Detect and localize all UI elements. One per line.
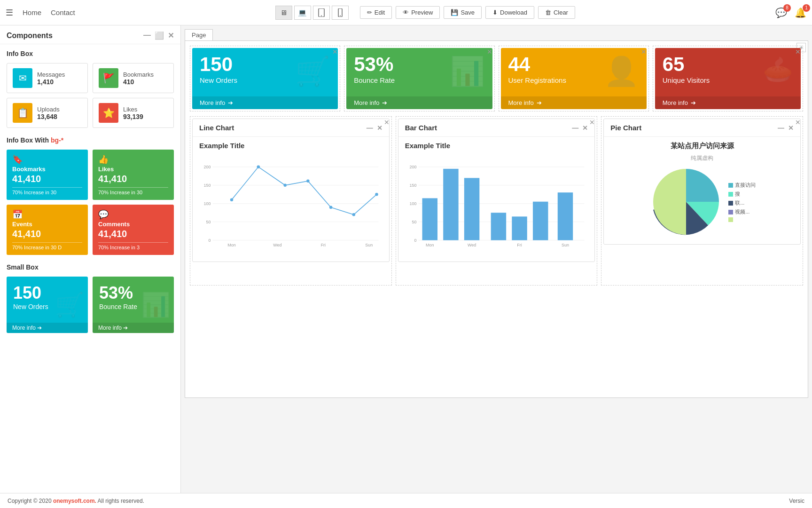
- nav-home[interactable]: Home: [23, 8, 41, 16]
- tablet-btn[interactable]: [313, 6, 330, 20]
- svg-text:Mon: Mon: [426, 243, 434, 247]
- widget-close-bounce[interactable]: ✕: [487, 48, 492, 56]
- canvas-widget-bounce: ✕ 53% Bounce Rate 📊 More info ➔: [344, 46, 494, 111]
- edit-button[interactable]: ✏ Edit: [360, 6, 392, 19]
- canvas-orders-value: 150: [200, 55, 237, 74]
- clear-button[interactable]: 🗑 Clear: [538, 6, 575, 19]
- sidebar-title: Components: [7, 32, 53, 40]
- desktop-btn[interactable]: 🖥: [275, 6, 292, 20]
- canvas-bounce-icon: 📊: [450, 55, 485, 88]
- cb-events-sub: 70% Increase in 30 D: [12, 242, 82, 250]
- small-box-orders[interactable]: 150 New Orders 🛒 More info ➔: [7, 277, 88, 333]
- info-box-bookmarks[interactable]: 🚩 Bookmarks 410: [93, 63, 174, 93]
- svg-text:100: 100: [409, 201, 416, 206]
- likes-label: Likes: [123, 106, 143, 113]
- cb-likes-sub: 70% Increase in 30: [98, 187, 168, 195]
- line-chart-close[interactable]: ✕: [377, 124, 383, 132]
- canvas-orders-footer[interactable]: More info ➔: [192, 96, 338, 109]
- sb-bounce-icon: 📊: [141, 291, 170, 318]
- close-icon[interactable]: ✕: [168, 31, 174, 40]
- widget-close-registrations[interactable]: ✕: [641, 48, 647, 56]
- sb-orders-footer[interactable]: More info ➔: [7, 323, 88, 333]
- pie-chart-close[interactable]: ✕: [788, 124, 794, 132]
- footer-brand-link[interactable]: onemysoft.com.: [53, 498, 96, 504]
- bar-chart-body: Example Title 200 150 100 50 0: [398, 137, 595, 262]
- widget-close-pie[interactable]: ✕: [795, 119, 801, 126]
- svg-point-1: [321, 15, 322, 16]
- colored-box-comments[interactable]: 💬 Comments 41,410 70% Increase in 3: [93, 205, 174, 255]
- maximize-icon[interactable]: ⬜: [155, 31, 164, 40]
- uploads-label: Uploads: [37, 106, 60, 113]
- pie-chart-minimize[interactable]: —: [778, 124, 784, 132]
- canvas-reg-footer[interactable]: More info ➔: [501, 96, 647, 109]
- uploads-icon: 📋: [13, 103, 32, 123]
- svg-text:Fri: Fri: [321, 243, 326, 247]
- bell-notification[interactable]: 🔔1: [795, 7, 806, 18]
- svg-text:Sun: Sun: [365, 243, 373, 247]
- info-boxes-row: ✕ 150 New Orders 🛒 More info ➔: [190, 46, 803, 111]
- messages-value: 1,410: [37, 78, 65, 86]
- widget-close-bar[interactable]: ✕: [589, 119, 595, 126]
- laptop-btn[interactable]: 💻: [294, 6, 311, 20]
- pie-chart-sub2: 纯属虚构: [610, 154, 794, 162]
- cb-bookmarks-value: 41,410: [12, 174, 82, 184]
- canvas-widget-orders: ✕ 150 New Orders 🛒 More info ➔: [190, 46, 340, 111]
- canvas-infobox-orders: 150 New Orders 🛒 More info ➔: [192, 48, 338, 109]
- canvas-widget-registrations: ✕ 44 User Registrations 👤 More info ➔: [499, 46, 649, 111]
- cb-comments-value: 41,410: [98, 229, 168, 239]
- info-box-likes[interactable]: ⭐ Likes 93,139: [93, 98, 174, 128]
- info-box-grid: ✉ Messages 1,410 🚩 Bookmarks 410 📋 Uploa…: [0, 60, 180, 131]
- likes-value: 93,139: [123, 113, 143, 120]
- canvas-visitors-footer[interactable]: More info ➔: [655, 96, 801, 109]
- small-box-bounce[interactable]: 53% Bounce Rate 📊 More info ➔: [93, 277, 174, 333]
- canvas-bounce-footer[interactable]: More info ➔: [346, 96, 492, 109]
- svg-text:Mon: Mon: [227, 243, 235, 247]
- svg-point-18: [329, 206, 332, 209]
- bar-chart-minimize[interactable]: —: [572, 124, 578, 132]
- minimize-icon[interactable]: —: [143, 31, 151, 40]
- info-box-bg-title: Info Box With bg-*: [0, 131, 180, 147]
- svg-text:150: 150: [409, 183, 416, 188]
- svg-rect-35: [422, 198, 437, 240]
- svg-rect-40: [533, 202, 548, 240]
- canvas-infobox-registrations: 44 User Registrations 👤 More info ➔: [501, 48, 647, 109]
- bar-chart-widget: Bar Chart — ✕ Example Title 200 15: [398, 119, 595, 262]
- canvas-reg-value: 44: [508, 55, 566, 74]
- line-chart-widget: Line Chart — ✕ Example Title 200 1: [192, 119, 390, 262]
- colored-box-bookmarks[interactable]: 🔖 Bookmarks 41,410 70% Increase in 30: [7, 150, 88, 200]
- page-tab[interactable]: Page: [185, 29, 213, 40]
- chat-notification[interactable]: 💬8: [775, 7, 787, 18]
- line-chart-minimize[interactable]: —: [367, 124, 373, 132]
- sidebar-header-icons: — ⬜ ✕: [143, 31, 174, 40]
- preview-button[interactable]: 👁 Preview: [396, 6, 440, 19]
- bookmarks-icon: 🚩: [99, 68, 118, 88]
- widget-close-visitors[interactable]: ✕: [795, 48, 801, 56]
- hamburger-icon[interactable]: ☰: [6, 8, 13, 18]
- save-button[interactable]: 💾 Save: [444, 6, 482, 19]
- sb-bounce-footer[interactable]: More info ➔: [93, 323, 174, 333]
- colored-box-likes[interactable]: 👍 Likes 41,410 70% Increase in 30: [93, 150, 174, 200]
- toolbar-right: 💬8 🔔1: [775, 7, 806, 18]
- main-content: Page + ✕ 150 New Orders 🛒: [181, 25, 812, 493]
- nav-contact[interactable]: Contact: [51, 8, 75, 16]
- info-box-messages[interactable]: ✉ Messages 1,410: [7, 63, 88, 93]
- charts-row: ✕ Line Chart — ✕ Example Title: [190, 116, 803, 286]
- widget-close-line[interactable]: ✕: [384, 119, 390, 126]
- widget-close-orders[interactable]: ✕: [332, 48, 338, 56]
- info-box-uploads[interactable]: 📋 Uploads 13,648: [7, 98, 88, 128]
- bell-badge: 1: [803, 4, 810, 12]
- mobile-btn[interactable]: [332, 6, 349, 20]
- bar-chart-title: Bar Chart: [405, 124, 437, 132]
- download-button[interactable]: ⬇ Doweload: [485, 6, 534, 19]
- cb-likes-value: 41,410: [98, 174, 168, 184]
- cb-events-value: 41,410: [12, 229, 82, 239]
- svg-rect-36: [443, 169, 458, 240]
- svg-text:0: 0: [208, 238, 211, 243]
- cb-events-label: Events: [12, 221, 82, 228]
- svg-point-3: [340, 15, 341, 16]
- line-chart-subtitle: Example Title: [199, 142, 383, 150]
- cb-comments-sub: 70% Increase in 3: [98, 242, 168, 250]
- bar-chart-close[interactable]: ✕: [582, 124, 588, 132]
- canvas-widget-line-chart: ✕ Line Chart — ✕ Example Title: [190, 116, 392, 286]
- colored-box-events[interactable]: 📅 Events 41,410 70% Increase in 30 D: [7, 205, 88, 255]
